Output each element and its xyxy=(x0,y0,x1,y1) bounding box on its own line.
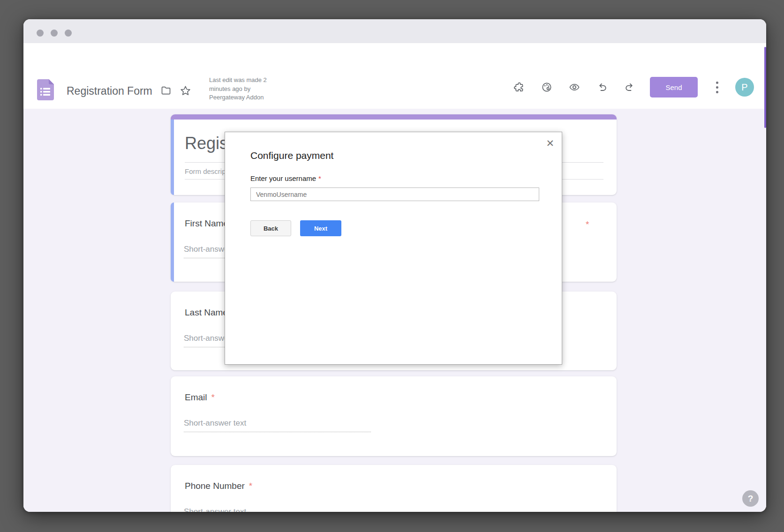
close-icon[interactable]: ✕ xyxy=(546,138,554,149)
short-answer-placeholder: Short-answer text xyxy=(184,507,371,512)
screen: Registration Form Last edit was made 2 m… xyxy=(0,0,784,532)
app-header: Registration Form Last edit was made 2 m… xyxy=(23,43,766,109)
window-control-dot[interactable] xyxy=(51,30,58,37)
move-folder-icon[interactable] xyxy=(160,85,172,97)
scrollbar-thumb[interactable] xyxy=(764,47,766,128)
required-asterisk: * xyxy=(211,392,215,402)
theme-color-bar xyxy=(171,114,617,120)
username-label: Enter your username* xyxy=(250,174,321,182)
dialog-title: Configure payment xyxy=(250,150,333,161)
redo-icon[interactable] xyxy=(624,82,635,93)
send-button[interactable]: Send xyxy=(650,77,698,97)
short-answer-placeholder: Short-answer text xyxy=(184,419,371,432)
question-title[interactable]: Email* xyxy=(185,392,215,403)
question-title[interactable]: First Name xyxy=(185,218,228,229)
configure-payment-dialog: ✕ Configure payment Enter your username*… xyxy=(225,132,562,365)
help-icon[interactable]: ? xyxy=(742,490,759,507)
preview-eye-icon[interactable] xyxy=(569,82,580,93)
kebab-menu-icon[interactable] xyxy=(714,81,720,95)
forms-logo-icon[interactable] xyxy=(37,79,54,100)
username-input[interactable] xyxy=(250,187,539,201)
question-title-text: Phone Number xyxy=(185,481,245,491)
question-title-text: Email xyxy=(185,392,207,402)
required-asterisk: * xyxy=(586,219,589,230)
last-edit-note: Last edit was made 2 minutes ago by Peer… xyxy=(209,76,277,102)
selected-indicator-bar xyxy=(171,120,174,195)
avatar[interactable]: P xyxy=(735,78,754,97)
window-control-dot[interactable] xyxy=(37,30,44,37)
document-title[interactable]: Registration Form xyxy=(67,84,152,98)
back-button[interactable]: Back xyxy=(250,220,291,236)
next-button[interactable]: Next xyxy=(300,220,341,236)
browser-window: Registration Form Last edit was made 2 m… xyxy=(23,19,766,512)
question-title[interactable]: Last Name xyxy=(185,307,228,318)
username-label-text: Enter your username xyxy=(250,174,316,182)
question-title[interactable]: Phone Number* xyxy=(185,481,252,491)
question-card-email[interactable]: Email* Short-answer text xyxy=(171,376,617,456)
addons-puzzle-icon[interactable] xyxy=(513,82,525,93)
selected-indicator-bar xyxy=(171,202,174,282)
window-control-dot[interactable] xyxy=(65,30,72,37)
question-card-phone-number[interactable]: Phone Number* Short-answer text xyxy=(171,465,617,512)
undo-icon[interactable] xyxy=(596,82,608,93)
window-titlebar xyxy=(23,19,766,43)
theme-palette-icon[interactable] xyxy=(541,82,552,93)
required-asterisk: * xyxy=(249,481,252,491)
required-asterisk: * xyxy=(318,174,321,182)
star-icon[interactable] xyxy=(180,85,191,96)
